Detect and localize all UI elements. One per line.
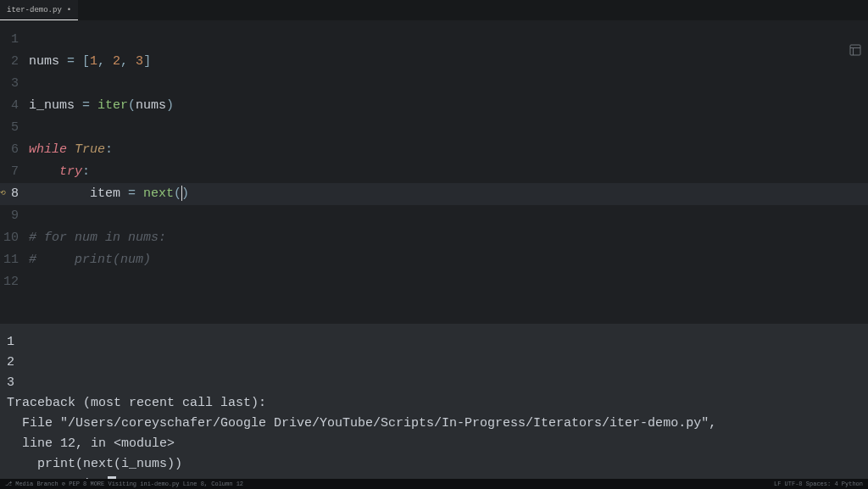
terminal-line: print(next(i_nums)) xyxy=(7,454,861,475)
line-number: 1 xyxy=(0,29,29,51)
tab-filename: iter-demo.py xyxy=(7,6,62,14)
code-line[interactable]: 1 xyxy=(0,29,868,51)
code-src: try: xyxy=(29,161,868,183)
line-number: 3 xyxy=(0,73,29,95)
code-src xyxy=(29,205,868,227)
status-right: LF UTF-8 Spaces: 4 Python xyxy=(774,481,863,487)
code-src: item = next() xyxy=(29,183,868,205)
code-src xyxy=(29,29,868,51)
code-area[interactable]: 12nums = [1, 2, 3]34i_nums = iter(nums)5… xyxy=(0,20,868,293)
terminal-line: 1 xyxy=(7,332,861,353)
code-src: while True: xyxy=(29,139,868,161)
line-number: 12 xyxy=(0,271,29,293)
code-src: nums = [1, 2, 3] xyxy=(29,51,868,73)
terminal-line: 2 xyxy=(7,353,861,373)
line-number: 10 xyxy=(0,227,29,249)
tab-iter-demo[interactable]: iter-demo.py • xyxy=(0,0,78,20)
code-line[interactable]: 8 item = next() xyxy=(0,183,868,205)
code-src xyxy=(29,73,868,95)
code-line[interactable]: 7 try: xyxy=(0,161,868,183)
tab-bar: iter-demo.py • xyxy=(0,0,868,20)
editor-panel[interactable]: ⟲ 12nums = [1, 2, 3]34i_nums = iter(nums… xyxy=(0,20,868,324)
gutter-marker-icon: ⟲ xyxy=(0,189,6,197)
terminal-cursor xyxy=(108,476,116,479)
code-line[interactable]: 9 xyxy=(0,205,868,227)
code-src: # print(num) xyxy=(29,249,868,271)
code-src: # for num in nums: xyxy=(29,227,868,249)
code-line[interactable]: 5 xyxy=(0,117,868,139)
code-line[interactable]: 2nums = [1, 2, 3] xyxy=(0,51,868,73)
line-number: 9 xyxy=(0,205,29,227)
line-number: 2 xyxy=(0,51,29,73)
terminal-line: 3 xyxy=(7,373,861,393)
terminal-line: Traceback (most recent call last): xyxy=(7,393,861,414)
tab-spacer xyxy=(78,0,868,20)
code-line[interactable]: 4i_nums = iter(nums) xyxy=(0,95,868,117)
line-number: 7 xyxy=(0,161,29,183)
code-line[interactable]: 6while True: xyxy=(0,139,868,161)
code-src xyxy=(29,271,868,293)
terminal-line: line 12, in <module> xyxy=(7,434,861,454)
terminal-line: StopIteration xyxy=(7,475,861,479)
terminal-panel[interactable]: 123Traceback (most recent call last): Fi… xyxy=(0,324,868,479)
terminal-line: File "/Users/coreyschafer/Google Drive/Y… xyxy=(7,414,861,434)
code-line[interactable]: 12 xyxy=(0,271,868,293)
code-line[interactable]: 3 xyxy=(0,73,868,95)
tab-modified-dot: • xyxy=(67,6,71,14)
code-src xyxy=(29,117,868,139)
line-number: 4 xyxy=(0,95,29,117)
line-number: 5 xyxy=(0,117,29,139)
code-line[interactable]: 10# for num in nums: xyxy=(0,227,868,249)
code-line[interactable]: 11# print(num) xyxy=(0,249,868,271)
code-src: i_nums = iter(nums) xyxy=(29,95,868,117)
line-number: 6 xyxy=(0,139,29,161)
svg-rect-0 xyxy=(850,45,860,55)
line-number: 11 xyxy=(0,249,29,271)
outline-icon[interactable] xyxy=(849,44,861,60)
status-bar: ⎇ Media Branch ⊘ PEP 8 MORE Visiting ini… xyxy=(0,479,868,489)
status-left: ⎇ Media Branch ⊘ PEP 8 MORE Visiting ini… xyxy=(5,481,243,487)
